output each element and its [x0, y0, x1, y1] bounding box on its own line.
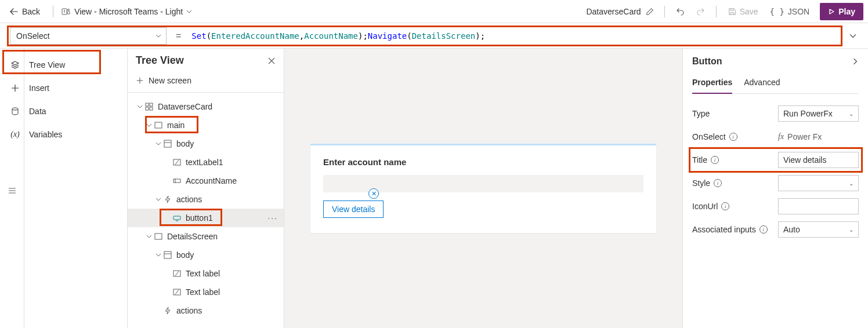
fx-token: AccountName — [304, 31, 358, 41]
nav-variables[interactable]: (x) Variables — [3, 123, 125, 146]
tree-item-body2[interactable]: body — [128, 246, 284, 264]
error-badge-icon[interactable]: ✕ — [368, 188, 379, 199]
info-icon[interactable]: i — [721, 202, 729, 210]
tree-item-main[interactable]: main — [128, 116, 284, 134]
expand-properties-button[interactable] — [852, 58, 859, 65]
braces-icon: { } — [770, 7, 784, 16]
nav-column: Tree View Insert Data (x) Variables — [24, 49, 128, 328]
textlabel-icon — [173, 288, 181, 296]
tree-panel: Tree View New screen DataverseCard main — [128, 49, 284, 328]
tree-item-label: body — [176, 250, 194, 260]
json-button[interactable]: { } JSON — [765, 3, 815, 20]
tree-item-button1[interactable]: button1 ··· — [128, 209, 284, 227]
canvas-area[interactable]: Enter account name View details ✕ — [284, 49, 682, 328]
prop-row-type: Type Run PowerFx⌄ — [692, 102, 859, 125]
formula-highlight: OnSelect = Set(EnteredAccountName, Accou… — [7, 25, 842, 46]
nav-insert[interactable]: Insert — [3, 76, 125, 100]
play-label: Play — [838, 7, 855, 16]
fx-token: ( — [407, 31, 411, 41]
view-details-button[interactable]: View details — [323, 201, 384, 218]
chevron-down-icon — [155, 33, 161, 39]
tab-advanced[interactable]: Advanced — [744, 74, 780, 93]
redo-icon — [696, 7, 705, 16]
fx-token: ); — [475, 31, 485, 41]
properties-tabs: Properties Advanced — [692, 74, 859, 94]
prop-label-onselect: OnSelect — [692, 132, 726, 141]
tree-item-label: textLabel1 — [186, 158, 223, 167]
tree-item-dataversecard[interactable]: DataverseCard — [128, 97, 284, 116]
chevron-down-icon — [155, 196, 161, 202]
fx-token: Navigate — [368, 31, 407, 41]
container-icon — [164, 140, 172, 148]
chevron-right-icon — [852, 58, 859, 65]
tree-item-accountname[interactable]: AccountName — [128, 172, 284, 190]
nav-tree-view[interactable]: Tree View — [3, 53, 125, 76]
info-icon[interactable]: i — [711, 156, 719, 164]
properties-panel: Button Properties Advanced Type Run Powe… — [682, 49, 868, 328]
nav-data[interactable]: Data — [3, 100, 125, 123]
tree-item-label: button1 — [186, 213, 213, 223]
separator — [664, 6, 665, 17]
app-icon — [145, 103, 153, 111]
tree-item-detailsscreen[interactable]: DetailsScreen — [128, 227, 284, 246]
prop-iconurl-input[interactable] — [778, 198, 859, 214]
prop-style-select[interactable]: ⌄ — [778, 175, 859, 191]
textinput-icon — [173, 177, 181, 185]
info-icon[interactable]: i — [729, 133, 737, 141]
tree-item-label: main — [167, 121, 185, 130]
card-name-edit[interactable]: DataverseCard — [583, 7, 657, 16]
hamburger-icon — [8, 186, 17, 195]
bolt-icon — [164, 195, 172, 203]
app-topbar: Back View - Microsoft Teams - Light Data… — [0, 0, 868, 23]
close-tree-button[interactable] — [267, 57, 276, 65]
tree-title: Tree View — [136, 54, 184, 67]
undo-button[interactable] — [672, 3, 689, 20]
formula-input[interactable]: Set(EnteredAccountName, AccountName); Na… — [187, 27, 841, 45]
play-button[interactable]: Play — [820, 3, 863, 20]
tree-item-label: Text label — [186, 269, 220, 278]
tree-item-textlabel-b[interactable]: Text label — [128, 283, 284, 301]
chevron-down-icon — [146, 122, 152, 128]
tree-item-textlabel1[interactable]: textLabel1 — [128, 153, 284, 172]
svg-rect-12 — [155, 234, 162, 239]
info-icon[interactable]: i — [760, 225, 768, 234]
tree-item-actions2[interactable]: actions — [128, 301, 284, 320]
prop-type-select[interactable]: Run PowerFx⌄ — [778, 105, 859, 122]
formula-expand-button[interactable] — [845, 32, 861, 39]
tab-properties[interactable]: Properties — [692, 74, 732, 94]
tree-item-actions1[interactable]: actions — [128, 190, 284, 209]
nav-insert-label: Insert — [29, 83, 49, 93]
tree-item-label: actions — [176, 306, 202, 315]
svg-rect-10 — [173, 179, 180, 183]
svg-point-1 — [68, 9, 70, 10]
info-icon[interactable]: i — [714, 179, 722, 187]
layers-icon — [10, 60, 20, 70]
back-button[interactable]: Back — [5, 5, 45, 19]
main-area: Tree View Insert Data (x) Variables Tree… — [0, 49, 868, 328]
svg-rect-6 — [150, 107, 153, 110]
more-button[interactable]: ··· — [267, 213, 278, 223]
prop-label-iconurl: IconUrl — [692, 202, 718, 211]
prop-row-iconurl: IconUrli — [692, 195, 859, 218]
tree-header: Tree View — [128, 49, 284, 72]
separator — [53, 6, 53, 17]
formula-property-select[interactable]: OnSelect — [10, 27, 167, 45]
svg-rect-13 — [164, 252, 171, 258]
tree-item-body1[interactable]: body — [128, 134, 284, 153]
prop-assoc-select[interactable]: Auto⌄ — [778, 221, 859, 238]
chevron-down-icon — [137, 104, 143, 110]
fx-token: EnteredAccountName — [211, 31, 299, 41]
svg-rect-7 — [155, 122, 162, 128]
fx-token: DetailsScreen — [412, 31, 476, 41]
hamburger-button[interactable] — [8, 186, 17, 195]
prop-row-style: Stylei ⌄ — [692, 172, 859, 195]
theme-selector[interactable]: View - Microsoft Teams - Light — [58, 5, 196, 19]
chevron-down-icon — [155, 252, 161, 258]
prop-label-assoc: Associated inputs — [692, 225, 756, 234]
prop-title-input[interactable]: View details — [778, 152, 859, 168]
new-screen-button[interactable]: New screen — [128, 72, 284, 93]
svg-rect-5 — [146, 107, 149, 110]
chevron-down-icon — [146, 234, 152, 239]
svg-point-2 — [12, 108, 18, 110]
tree-item-textlabel-a[interactable]: Text label — [128, 264, 284, 283]
